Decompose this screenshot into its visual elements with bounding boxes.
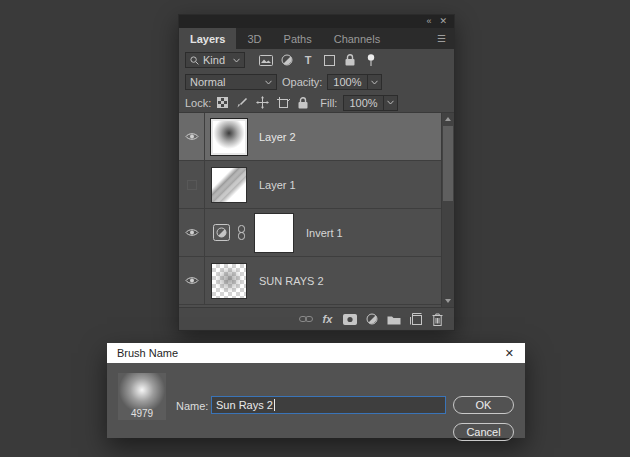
adjustment-layer-icon[interactable] [213,224,230,241]
workspace-background: { "panel": { "controls": { "collapse": "… [0,0,630,457]
lock-all-icon[interactable] [298,97,308,109]
new-group-icon[interactable] [386,312,401,327]
tab-3d[interactable]: 3D [236,28,272,49]
visibility-cell[interactable] [179,161,205,208]
layer-name: Layer 2 [259,131,296,143]
eye-icon [185,132,199,141]
delete-layer-icon[interactable] [430,312,445,327]
layers-panel: « ✕ Layers 3D Paths Channels ☰ Kind T [178,14,455,331]
brush-preview: 4979 [118,373,166,420]
chevron-down-icon [233,58,240,63]
opacity-field[interactable]: 100% [327,74,381,90]
visibility-cell[interactable] [179,113,205,160]
fill-label: Fill: [320,97,337,109]
blend-mode-value: Normal [190,76,225,88]
filter-kind-label: Kind [203,54,225,66]
brush-name-dialog: Brush Name ✕ 4979 Name: Sun Rays 2 OK Ca… [107,343,525,438]
filter-smart-object-icon[interactable] [342,52,358,68]
ok-button[interactable]: OK [453,396,514,414]
visibility-cell[interactable] [179,257,205,304]
chevron-down-icon[interactable] [367,75,381,89]
eye-icon [185,276,199,285]
panel-titlebar: « ✕ [179,15,454,28]
dialog-title: Brush Name [107,347,178,359]
panel-toolbar: fx [179,307,454,330]
scrollbar[interactable] [441,113,454,307]
brush-size-number: 4979 [118,408,166,419]
brush-name-value: Sun Rays 2 [216,399,273,411]
layer-thumbnail[interactable] [211,263,247,299]
visibility-cell[interactable] [179,209,205,256]
opacity-label: Opacity: [282,76,322,88]
filter-type-layers-icon[interactable]: T [300,52,316,68]
fill-field[interactable]: 100% [343,95,397,111]
layer-mask-thumbnail[interactable] [254,213,294,253]
mask-link-icon[interactable] [237,225,246,240]
eye-hidden-box [187,180,197,190]
layer-thumbnail[interactable] [211,119,247,155]
lock-label: Lock: [185,97,211,109]
add-layer-mask-icon[interactable] [342,312,357,327]
lock-artboard-icon[interactable] [277,97,290,108]
blend-mode-dropdown[interactable]: Normal [185,74,277,90]
filter-row: Kind T [179,49,454,71]
tab-paths[interactable]: Paths [273,28,323,49]
layer-name: Invert 1 [306,227,343,239]
lock-image-icon[interactable] [236,97,248,109]
layer-name: Layer 1 [259,179,296,191]
panel-tab-bar: Layers 3D Paths Channels ☰ [179,28,454,49]
tab-layers[interactable]: Layers [179,28,236,49]
layer-style-icon[interactable]: fx [320,312,335,327]
layer-name: SUN RAYS 2 [259,275,324,287]
layer-row-sun-rays-2[interactable]: SUN RAYS 2 [179,257,454,305]
new-adjustment-layer-icon[interactable] [364,312,379,327]
layer-row-invert-1[interactable]: Invert 1 [179,209,454,257]
filter-toggle-icon[interactable] [363,52,379,68]
new-layer-icon[interactable] [408,312,423,327]
lock-transparency-icon[interactable] [217,97,228,108]
dialog-titlebar[interactable]: Brush Name ✕ [107,343,525,363]
filter-kind-dropdown[interactable]: Kind [185,52,245,68]
lock-row: Lock: Fill: 100% [179,93,454,113]
fill-value: 100% [344,97,382,109]
brush-name-input[interactable]: Sun Rays 2 [211,396,446,414]
layer-row-layer-1[interactable]: Layer 1 [179,161,454,209]
layer-list: Layer 2 Layer 1 Invert 1 [179,113,454,307]
filter-adjustment-layers-icon[interactable] [279,52,295,68]
chevron-down-icon[interactable] [383,96,397,110]
collapse-panel-icon[interactable]: « [426,17,431,26]
filter-shape-layers-icon[interactable] [321,52,337,68]
text-caret [274,399,275,411]
eye-icon [185,228,199,237]
name-label: Name: [176,400,208,412]
tab-channels[interactable]: Channels [323,28,391,49]
panel-menu-icon[interactable]: ☰ [429,28,454,49]
scroll-up-arrow[interactable] [442,113,454,125]
scrollbar-thumb[interactable] [443,126,453,201]
filter-pixel-layers-icon[interactable] [258,52,274,68]
layer-row-layer-2[interactable]: Layer 2 [179,113,454,161]
chevron-down-icon [265,80,272,85]
layer-thumbnail[interactable] [211,167,247,203]
blend-row: Normal Opacity: 100% [179,71,454,93]
link-layers-icon[interactable] [298,312,313,327]
lock-buttons [217,96,308,109]
close-panel-icon[interactable]: ✕ [439,17,447,26]
opacity-value: 100% [328,76,366,88]
search-icon [190,56,199,65]
scroll-down-arrow[interactable] [442,295,454,307]
dialog-close-icon[interactable]: ✕ [494,347,525,360]
dialog-body: 4979 Name: Sun Rays 2 OK Cancel [107,363,525,438]
lock-position-icon[interactable] [256,96,269,109]
cancel-button[interactable]: Cancel [453,423,514,441]
